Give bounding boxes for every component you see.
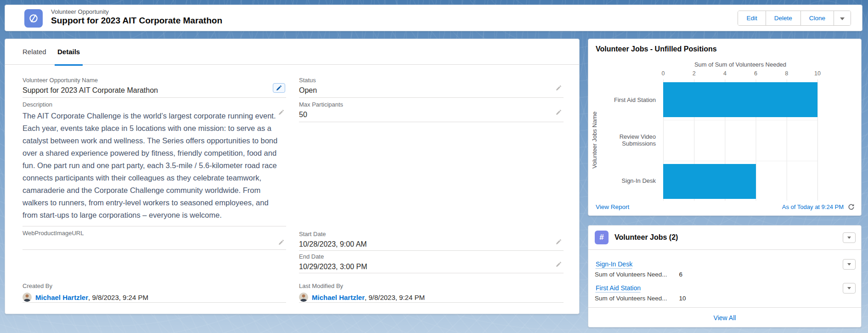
chart-category-label: Review Video Submissions [602, 120, 659, 160]
field-label: Last Modified By [299, 281, 564, 289]
edit-button[interactable]: Edit [738, 11, 765, 25]
chart-xtick-label: 10 [814, 70, 821, 77]
as-of-text: As of Today at 9:24 PM [782, 203, 844, 210]
chart-bar[interactable] [663, 164, 756, 199]
field-value: Support for 2023 AIT Corporate Marathon [23, 86, 286, 95]
related-item-field: Sum of Volunteers Need...10 [595, 295, 686, 302]
chart-as-of: As of Today at 9:24 PM [782, 203, 855, 210]
field-description: Description The AIT Corporate Challenge … [23, 100, 286, 226]
clone-button[interactable]: Clone [800, 11, 834, 25]
refresh-icon[interactable] [848, 203, 855, 210]
chart-row [663, 161, 817, 202]
chevron-down-icon [847, 287, 851, 289]
edit-pencil-icon[interactable] [556, 109, 562, 115]
record-title: Support for 2023 AIT Corporate Marathon [51, 16, 222, 26]
field-value: 10/29/2023, 3:00 PM [299, 263, 564, 271]
chevron-down-icon [847, 263, 851, 265]
chart-xtick-label: 8 [785, 70, 788, 77]
record-detail-card: Related Details Volunteer Opportunity Na… [5, 39, 580, 314]
related-item-link[interactable]: Sign-In Desk [596, 260, 632, 268]
chart-xtick-label: 4 [723, 70, 727, 77]
chart-xtick-label: 2 [693, 70, 696, 77]
related-item-menu-button[interactable] [843, 259, 856, 270]
field-last-modified-by: Last Modified By Michael Hartzler, 9/8/2… [299, 281, 564, 303]
volunteer-opportunity-record-icon [24, 9, 43, 28]
related-list-menu-button[interactable] [843, 232, 856, 243]
created-by-datetime: , 9/8/2023, 9:24 PM [88, 293, 148, 301]
field-volunteer-opportunity-name: Volunteer Opportunity Name Support for 2… [23, 75, 286, 98]
chart-category-label: First Aid Station [602, 79, 659, 120]
last-modified-by-datetime: , 9/8/2023, 9:24 PM [365, 293, 425, 301]
created-by-user-link[interactable]: Michael Hartzler [35, 293, 88, 301]
last-modified-by-user-link[interactable]: Michael Hartzler [312, 293, 365, 301]
related-item-field-value: 6 [679, 271, 683, 278]
record-tabs: Related Details [5, 39, 579, 65]
chart-category-label: Sign-In Desk [602, 160, 659, 201]
chevron-down-icon [847, 237, 851, 239]
edit-pencil-icon[interactable] [556, 85, 562, 91]
field-max-participants: Max Participants 50 [299, 100, 564, 122]
field-label: Description [23, 100, 286, 108]
related-list-header: # Volunteer Jobs (2) [588, 226, 861, 250]
chart-xtick-label: 6 [754, 70, 757, 77]
related-list-card: # Volunteer Jobs (2) Sign-In Desk Sum of… [588, 225, 862, 327]
chart-xticks: 0246810 [663, 70, 817, 78]
edit-pencil-icon[interactable] [556, 261, 562, 267]
delete-button[interactable]: Delete [766, 11, 800, 25]
field-label: Created By [23, 281, 286, 289]
compass-icon [28, 12, 39, 24]
chart-plot [663, 79, 818, 201]
chart-title: Volunteer Jobs - Unfilled Positions [596, 45, 717, 53]
related-item-field-value: 10 [679, 295, 686, 302]
field-end-date: End Date 10/29/2023, 3:00 PM [299, 252, 564, 273]
field-value: 50 [299, 111, 564, 119]
related-list-title: Volunteer Jobs (2) [614, 233, 678, 242]
related-item-menu-button[interactable] [843, 283, 856, 293]
field-value: 10/28/2023, 9:00 AM [299, 240, 564, 248]
avatar [299, 293, 308, 302]
record-header-card: Volunteer Opportunity Support for 2023 A… [5, 5, 862, 31]
chart-row [663, 79, 817, 120]
field-webproductimageurl: WebProductImageURL [23, 228, 286, 250]
field-created-by: Created By Michael Hartzler, 9/8/2023, 9… [23, 281, 286, 303]
field-label: Status [299, 75, 564, 84]
chart-categories: First Aid StationReview Video Submission… [602, 79, 659, 201]
avatar [23, 293, 32, 302]
created-by-value: Michael Hartzler, 9/8/2023, 9:24 PM [23, 293, 286, 302]
chart-x-axis-title: Sum of Sum of Volunteers Needed [663, 61, 817, 68]
edit-pencil-icon[interactable] [273, 83, 285, 93]
related-item-field: Sum of Volunteers Need...6 [595, 271, 682, 278]
related-item-link[interactable]: First Aid Station [596, 284, 641, 292]
related-item-field-label: Sum of Volunteers Need... [595, 271, 667, 278]
chart-xtick-label: 0 [662, 70, 665, 77]
chart-row [663, 120, 817, 161]
field-value: The AIT Corporate Challenge is the world… [23, 110, 280, 221]
field-label: WebProductImageURL [23, 228, 286, 237]
chevron-down-icon [840, 17, 845, 20]
view-all-bar: View All [588, 307, 861, 327]
tab-details[interactable]: Details [55, 39, 83, 66]
chart-y-axis-title: Volunteer Jobs Name [591, 79, 598, 201]
field-start-date: Start Date 10/28/2023, 9:00 AM [299, 229, 564, 251]
record-action-buttons: Edit Delete Clone [738, 11, 851, 26]
view-all-link[interactable]: View All [714, 314, 736, 322]
entity-label: Volunteer Opportunity [51, 8, 109, 15]
last-modified-by-value: Michael Hartzler, 9/8/2023, 9:24 PM [299, 293, 564, 302]
field-value: Open [299, 86, 564, 95]
related-item-field-label: Sum of Volunteers Need... [595, 295, 667, 302]
edit-pencil-icon[interactable] [278, 239, 284, 245]
field-label: Start Date [299, 229, 564, 237]
view-report-link[interactable]: View Report [596, 203, 629, 210]
field-label: Volunteer Opportunity Name [23, 75, 286, 84]
more-actions-button[interactable] [834, 11, 851, 25]
field-status: Status Open [299, 75, 564, 98]
edit-pencil-icon[interactable] [278, 109, 284, 115]
volunteer-jobs-object-icon: # [595, 231, 609, 244]
tab-related[interactable]: Related [20, 39, 49, 64]
field-label: Max Participants [299, 100, 564, 108]
chart-bar[interactable] [663, 82, 817, 117]
field-label: End Date [299, 252, 564, 260]
chart-card: Volunteer Jobs - Unfilled Positions Sum … [588, 39, 862, 216]
edit-pencil-icon[interactable] [556, 239, 562, 245]
